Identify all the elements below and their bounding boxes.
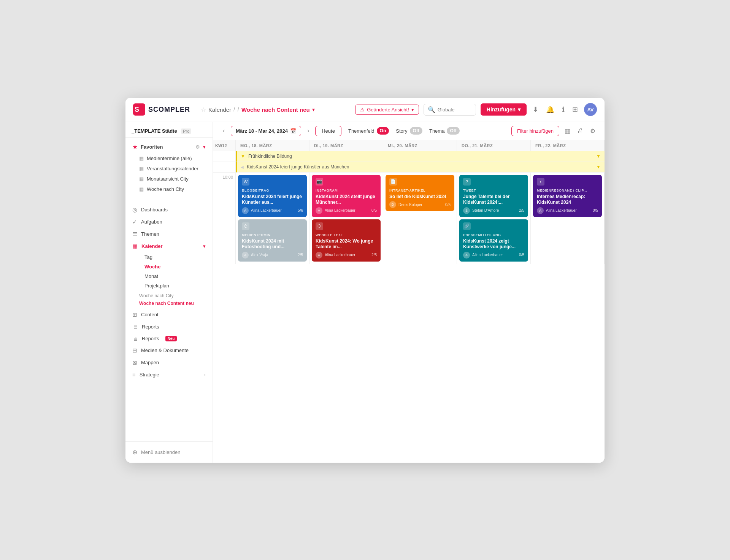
breadcrumb-current: Woche nach Content neu <box>241 106 310 113</box>
circle-plus-icon: ⊕ <box>132 449 137 456</box>
author-avatar: A <box>242 207 249 214</box>
sidebar-item-dashboards[interactable]: ◎ Dashboards <box>125 204 213 216</box>
sidebar-item-reports-new[interactable]: 🖥 Reports Neu <box>125 333 213 344</box>
monitor-icon: 🖥 <box>132 335 138 342</box>
event-card-medienresonanz[interactable]: ▪ MEDIENRESONANZ / CLIP... Internes Medi… <box>533 175 602 217</box>
day-header-3: DO., 21. MÄRZ <box>457 140 531 151</box>
star-icon[interactable]: ☆ <box>201 106 206 113</box>
search-box[interactable]: 🔍 <box>424 104 476 116</box>
toolbar: ‹ März 18 - Mar 24, 2024 📅 › Heute Theme… <box>213 122 605 140</box>
print-icon[interactable]: 🖨 <box>576 126 585 136</box>
spanning-event-2[interactable]: ◀ KidsKunst 2024 feiert junge Künstler a… <box>236 162 605 173</box>
alert-btn[interactable]: ⚠ Geänderte Ansicht! ▾ <box>355 105 419 115</box>
date-range-btn[interactable]: März 18 - Mar 24, 2024 📅 <box>231 126 301 136</box>
favorites-section: ★ Favoriten ⚙ ▾ ▦ Medientermine (alle) ▦… <box>125 138 213 197</box>
event-card-pressemitteilung[interactable]: 🔗 PRESSEMITTEILUNG KidsKunst 2024 zeigt … <box>459 219 528 262</box>
grid-icon[interactable]: ⊞ <box>571 104 579 115</box>
day-cell-3: ? TWEET Junge Talente bei der KidsKunst … <box>457 173 531 264</box>
avatar[interactable]: AV <box>584 103 597 116</box>
prev-btn[interactable]: ‹ <box>221 126 227 136</box>
day-header-4: FR., 22. MÄRZ <box>531 140 605 151</box>
sidebar-item-mappen[interactable]: ⊠ Mappen <box>125 357 213 369</box>
sidebar-item-medientermine[interactable]: ▦ Medientermine (alle) <box>125 153 213 163</box>
flag-right-icon: ▼ <box>596 164 601 170</box>
logo[interactable]: S SCOMPLER <box>133 103 190 116</box>
sidebar-item-medien[interactable]: ⊟ Medien & Dokumente <box>125 344 213 357</box>
event-card-instagram[interactable]: 📷 INSTAGRAM KidsKunst 2024 stellt junge … <box>312 175 381 217</box>
gear-icon[interactable]: ⚙ <box>195 144 200 150</box>
link-icon: 🔗 <box>463 222 471 230</box>
heute-btn[interactable]: Heute <box>315 126 341 136</box>
author-avatar: A <box>242 252 249 259</box>
calendar-view-icon[interactable]: ▦ <box>563 126 572 136</box>
sidebar-item-woche-city[interactable]: ▦ Woche nach City <box>125 184 213 194</box>
new-badge: Neu <box>165 336 177 341</box>
story-label: Story <box>396 128 407 134</box>
event-card-blogbeitrag[interactable]: W BLOGBEITRAG KidsKunst 2024 feiert jung… <box>238 175 307 217</box>
calendar-sub-woche[interactable]: Woche <box>125 262 213 271</box>
event-card-intranet[interactable]: 📄 INTRANET-ARTIKEL So lief die KidsKunst… <box>386 175 454 211</box>
cal-link-woche-content[interactable]: Woche nach Content neu <box>139 300 206 307</box>
event-card-website[interactable]: ⬡ WEBSITE TEXT KidsKunst 2024: Wo junge … <box>312 219 381 262</box>
sidebar-item-reports[interactable]: 🖥 Reports <box>125 321 213 333</box>
day-cell-1: 📷 INSTAGRAM KidsKunst 2024 stellt junge … <box>309 173 383 264</box>
alert-icon: ⚠ <box>360 107 365 113</box>
sidebar-bottom: ⊕ Menü ausblenden <box>125 441 213 463</box>
next-btn[interactable]: › <box>305 126 311 136</box>
thema-label: Thema <box>429 128 444 134</box>
author-avatar: A <box>316 207 322 214</box>
themenfeld-toggle[interactable]: On <box>377 127 389 135</box>
story-toggle[interactable]: Off <box>410 127 422 135</box>
top-nav: S SCOMPLER ☆ Kalender / / Woche nach Con… <box>125 98 605 122</box>
search-input[interactable] <box>438 107 472 113</box>
breadcrumb-base: Kalender <box>208 106 231 113</box>
breadcrumb: ☆ Kalender / / Woche nach Content neu ▾ <box>201 106 351 113</box>
spanning-event-1[interactable]: ▼ Frühkindliche Bildung ▼ <box>236 151 605 162</box>
article-icon: 📄 <box>389 178 397 186</box>
sidebar-item-veranstaltung[interactable]: ▦ Veranstaltungskalender <box>125 163 213 174</box>
sidebar-item-strategie[interactable]: ≡ Strategie › <box>125 369 213 381</box>
logo-text: SCOMPLER <box>148 106 190 114</box>
hinzufugen-button[interactable]: Hinzufügen ▾ <box>481 103 527 116</box>
thema-toggle[interactable]: Off <box>447 127 459 135</box>
sidebar: _TEMPLATE Städte Pro ★ Favoriten ⚙ ▾ ▦ M… <box>125 122 213 463</box>
monitor-icon: 🖥 <box>132 324 138 330</box>
document-icon: ⊟ <box>132 347 137 354</box>
sidebar-item-aufgaben[interactable]: ✓ Aufgaben <box>125 216 213 228</box>
settings-icon[interactable]: ⚙ <box>589 126 597 136</box>
filter-add-btn[interactable]: Filter hinzufügen <box>511 126 559 136</box>
dropdown-icon: ▾ <box>411 107 414 113</box>
sidebar-item-themen[interactable]: ☰ Themen <box>125 228 213 240</box>
dropdown-icon: ▾ <box>518 106 521 113</box>
breadcrumb-dropdown-btn[interactable]: ▾ <box>312 106 315 113</box>
calendar-sub-monat[interactable]: Monat <box>125 271 213 281</box>
web-icon: ⬡ <box>316 222 323 230</box>
sidebar-item-kalender[interactable]: ▦ Kalender ▾ <box>125 240 213 252</box>
sidebar-item-content[interactable]: ⊞ Content <box>125 309 213 321</box>
author-avatar: A <box>463 252 470 259</box>
sliders-icon: ≡ <box>132 371 136 378</box>
wordpress-icon: W <box>242 178 249 186</box>
clock-icon: ⏱ <box>242 222 249 230</box>
calendar-icon: ▦ <box>139 166 144 171</box>
calendar-sub-projektplan[interactable]: Projektplan <box>125 281 213 290</box>
workspace-badge: Pro <box>181 128 191 134</box>
event-card-medientermin[interactable]: ⏱ MEDIENTERMIN KidsKunst 2024 mit Fotosh… <box>238 219 307 262</box>
search-icon: 🔍 <box>428 106 435 113</box>
star-icon: ★ <box>132 143 138 151</box>
sidebar-item-monatsansicht[interactable]: ▦ Monatsansicht City <box>125 174 213 184</box>
span-row-2-kw <box>213 162 236 173</box>
calendar-links: Woche nach City Woche nach Content neu <box>125 290 213 309</box>
day-cell-2: 📄 INTRANET-ARTIKEL So lief die KidsKunst… <box>383 173 457 264</box>
chevron-down-icon: ▾ <box>203 243 206 249</box>
event-card-tweet[interactable]: ? TWEET Junge Talente bei der KidsKunst … <box>459 175 528 217</box>
info-icon[interactable]: ℹ <box>560 104 566 115</box>
calendar-sub-tag[interactable]: Tag <box>125 252 213 262</box>
cal-link-woche-city[interactable]: Woche nach City <box>139 292 206 300</box>
bell-icon[interactable]: 🔔 <box>544 104 556 115</box>
favorites-header[interactable]: ★ Favoriten ⚙ ▾ <box>125 141 213 153</box>
download-icon[interactable]: ⬇ <box>531 104 540 115</box>
question-icon: ? <box>463 178 471 186</box>
menu-hide-btn[interactable]: ⊕ Menü ausblenden <box>125 446 213 459</box>
list-icon: ☰ <box>132 231 137 238</box>
